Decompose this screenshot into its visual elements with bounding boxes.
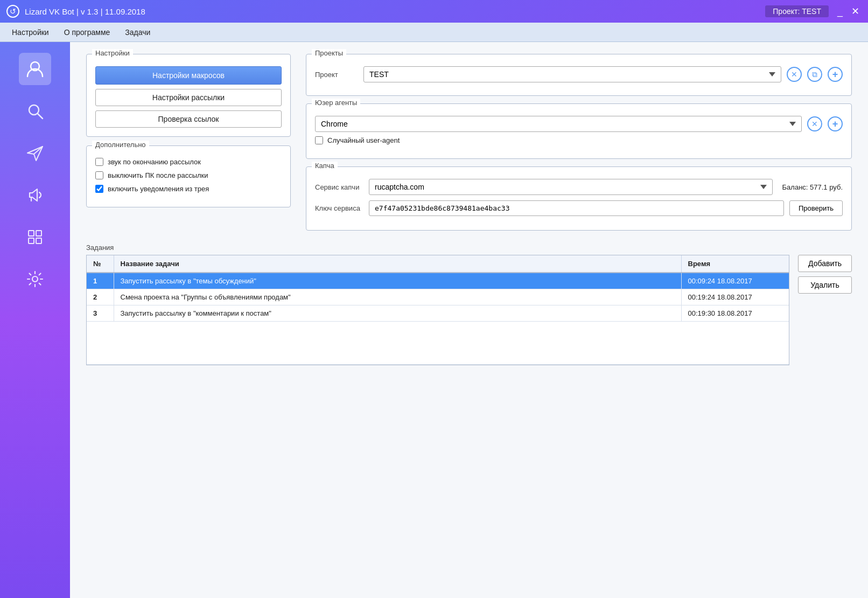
checkbox-tray-input[interactable] [95,185,103,193]
left-panel: Настройки Настройки макросов Настройки р… [86,54,291,231]
tasks-table-wrapper: № Название задачи Время 1 Запустить расс… [86,255,789,365]
svg-point-9 [32,276,38,282]
agent-select-row: Chrome Firefox Opera Safari ✕ + [315,116,843,132]
content-area: Настройки Настройки макросов Настройки р… [70,42,868,598]
app-title: Lizard VK Bot | v 1.3 | 11.09.2018 [25,7,765,16]
app-icon: ↺ [6,5,19,18]
tasks-layout: № Название задачи Время 1 Запустить расс… [86,255,852,365]
captcha-key-label: Ключ сервиса [315,204,363,212]
menu-settings[interactable]: Настройки [4,25,57,40]
checkbox-sound-label: звук по окончанию рассылок [108,158,201,166]
user-agents-group-title: Юзер агенты [312,99,360,107]
project-select-row: Проект TEST ✕ ⧉ + [315,66,843,82]
checkbox-shutdown-label: выключить ПК после рассылки [108,171,208,179]
tasks-actions: Добавить Удалить [798,255,852,365]
row-name: Запустить рассылку в "комментарии к пост… [114,305,681,322]
project-badge: Проект: TEST [765,5,829,17]
random-agent-label: Случайный user-agent [327,136,400,144]
row-name: Смена проекта на "Группы с объявлениями … [114,289,681,305]
sidebar [0,42,70,598]
agent-select[interactable]: Chrome Firefox Opera Safari [315,116,802,132]
row-time: 00:09:24 18.08.2017 [681,273,789,289]
svg-rect-7 [29,238,34,244]
menu-about[interactable]: О программе [57,25,118,40]
random-agent-row: Случайный user-agent [315,136,843,144]
agent-add-btn[interactable]: + [828,116,843,131]
right-panel: Проекты Проект TEST ✕ ⧉ + Юзер агенты [306,54,852,231]
captcha-key-row: Ключ сервиса Проверить [315,200,843,216]
title-bar: ↺ Lizard VK Bot | v 1.3 | 11.09.2018 Про… [0,0,868,23]
empty-row [87,322,789,365]
project-add-btn[interactable]: + [828,67,843,82]
projects-group-title: Проекты [312,49,346,57]
settings-group-title: Настройки [92,49,133,57]
checkbox-tray: включить уведомления из трея [95,185,282,193]
checkbox-sound: звук по окончанию рассылок [95,158,282,166]
svg-rect-6 [36,231,41,236]
captcha-balance: Баланс: 577.1 руб. [782,183,843,191]
btn-links[interactable]: Проверка ссылок [95,110,282,128]
user-agents-group: Юзер агенты Chrome Firefox Opera Safari … [306,103,852,159]
tasks-label: Задания [86,244,852,252]
project-select[interactable]: TEST [363,66,781,82]
captcha-group-title: Капча [312,162,338,170]
row-time: 00:19:24 18.08.2017 [681,289,789,305]
project-delete-btn[interactable]: ✕ [787,67,802,82]
checkbox-shutdown: выключить ПК после рассылки [95,171,282,179]
sidebar-item-settings[interactable] [19,263,51,295]
row-num: 3 [87,305,114,322]
menu-bar: Настройки О программе Задачи [0,23,868,42]
projects-group: Проекты Проект TEST ✕ ⧉ + [306,54,852,96]
row-name: Запустить рассылку в "темы обсуждений" [114,273,681,289]
checkbox-sound-input[interactable] [95,158,103,166]
tasks-table: № Название задачи Время 1 Запустить расс… [87,255,789,365]
agent-delete-btn[interactable]: ✕ [807,116,822,131]
captcha-service-label: Сервис капчи [315,183,363,191]
table-row[interactable]: 3 Запустить рассылку в "комментарии к по… [87,305,789,322]
captcha-service-row: Сервис капчи rucaptcha.com anti-captcha.… [315,179,843,195]
btn-mailing[interactable]: Настройки рассылки [95,89,282,106]
random-agent-checkbox[interactable] [315,136,323,144]
svg-rect-8 [36,238,41,244]
project-copy-btn[interactable]: ⧉ [807,67,822,82]
row-time: 00:19:30 18.08.2017 [681,305,789,322]
captcha-service-select[interactable]: rucaptcha.com anti-captcha.com 2captcha.… [369,179,773,195]
close-button[interactable]: ✕ [849,6,862,16]
btn-macros[interactable]: Настройки макросов [95,66,282,85]
sidebar-item-search[interactable] [19,95,51,127]
table-row[interactable]: 2 Смена проекта на "Группы с объявлениям… [87,289,789,305]
task-add-btn[interactable]: Добавить [798,255,852,272]
project-label: Проект [315,71,358,79]
row-num: 2 [87,289,114,305]
checkbox-shutdown-input[interactable] [95,171,103,179]
captcha-key-input[interactable] [369,200,784,216]
row-num: 1 [87,273,114,289]
sidebar-item-megaphone[interactable] [19,179,51,211]
svg-line-2 [38,114,43,119]
tasks-section: Задания № Название задачи Время [86,244,852,365]
captcha-group: Капча Сервис капчи rucaptcha.com anti-ca… [306,166,852,231]
task-delete-btn[interactable]: Удалить [798,276,852,294]
additional-group: Дополнительно звук по окончанию рассылок… [86,145,291,207]
captcha-check-btn[interactable]: Проверить [789,200,843,216]
sidebar-item-user[interactable] [19,53,51,85]
top-panels: Настройки Настройки макросов Настройки р… [86,54,852,231]
additional-group-title: Дополнительно [92,141,149,149]
settings-group: Настройки Настройки макросов Настройки р… [86,54,291,137]
minimize-button[interactable]: _ [835,6,845,16]
menu-tasks[interactable]: Задачи [117,25,158,40]
sidebar-item-layers[interactable] [19,221,51,253]
main-layout: Настройки Настройки макросов Настройки р… [0,42,868,598]
window-controls: _ ✕ [835,6,862,16]
svg-rect-5 [29,231,34,236]
sidebar-item-send[interactable] [19,137,51,169]
col-time: Время [681,255,789,273]
checkbox-tray-label: включить уведомления из трея [108,185,209,193]
col-num: № [87,255,114,273]
col-name: Название задачи [114,255,681,273]
table-row[interactable]: 1 Запустить рассылку в "темы обсуждений"… [87,273,789,289]
